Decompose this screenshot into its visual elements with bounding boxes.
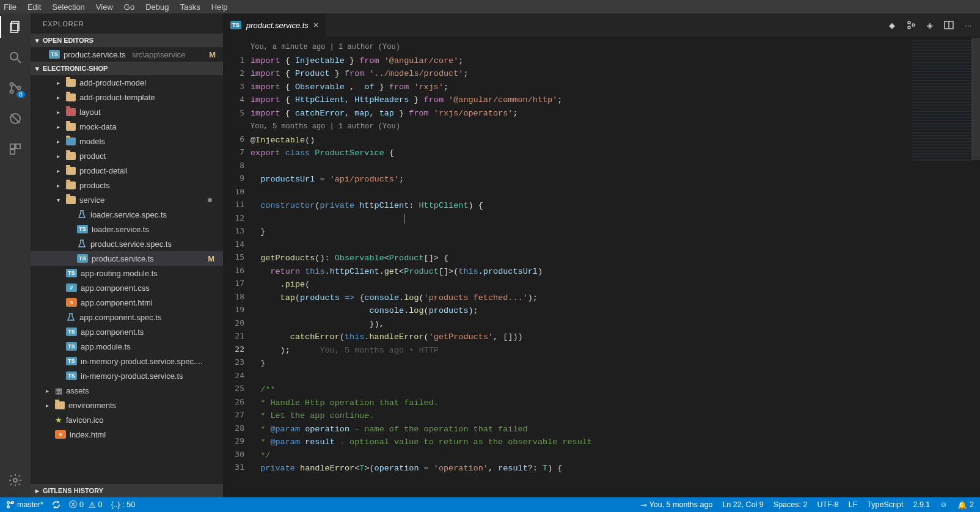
status-bell[interactable]: 🔔2 xyxy=(957,500,974,510)
ts-icon: TS xyxy=(77,254,88,263)
tree-row[interactable]: ▸mock-data xyxy=(31,119,223,134)
tree-label: product.service.ts xyxy=(92,254,154,263)
tab-product-service[interactable]: TS product.service.ts × xyxy=(223,13,326,37)
status-indent[interactable]: Spaces: 2 xyxy=(773,500,808,509)
svg-point-22 xyxy=(7,506,10,508)
menu-debug[interactable]: Debug xyxy=(145,2,169,12)
menu-bar[interactable]: File Edit Selection View Go Debug Tasks … xyxy=(0,0,980,13)
menu-tasks[interactable]: Tasks xyxy=(180,2,200,12)
status-cursor[interactable]: Ln 22, Col 9 xyxy=(722,500,763,509)
status-eol[interactable]: LF xyxy=(849,500,858,509)
tree-row[interactable]: ★favicon.ico xyxy=(31,412,223,427)
twisty-icon: ▸ xyxy=(54,109,62,115)
activity-bar: 8 xyxy=(0,13,31,497)
open-editor-name: product.service.ts xyxy=(64,50,126,59)
tree-label: product.service.spec.ts xyxy=(90,240,172,249)
status-ts-version[interactable]: 2.9.1 xyxy=(913,500,930,509)
status-encoding[interactable]: UTF-8 xyxy=(817,500,838,509)
diff-icon[interactable] xyxy=(906,20,916,30)
split-editor-icon[interactable] xyxy=(944,20,954,30)
status-blame[interactable]: ⊸ You, 5 months ago xyxy=(640,500,713,510)
scrollbar[interactable] xyxy=(971,37,980,497)
menu-help[interactable]: Help xyxy=(211,2,228,12)
status-branch[interactable]: master* xyxy=(6,500,43,509)
tree-label: app-routing.module.ts xyxy=(81,269,158,278)
status-sync[interactable] xyxy=(52,500,60,509)
folder-icon xyxy=(66,152,76,160)
menu-edit[interactable]: Edit xyxy=(27,2,41,12)
twisty-icon: ▸ xyxy=(43,402,51,409)
menu-selection[interactable]: Selection xyxy=(52,2,84,12)
tree-row[interactable]: 5index.html xyxy=(31,427,223,442)
tree-row[interactable]: 5app.component.html xyxy=(31,295,223,310)
tree-row[interactable]: app.component.spec.ts xyxy=(31,310,223,324)
folder-icon xyxy=(66,167,76,175)
search-icon[interactable] xyxy=(7,49,24,66)
extensions-icon[interactable] xyxy=(7,141,24,158)
open-editor-item[interactable]: TS product.service.ts src\app\service M xyxy=(31,47,223,62)
more-icon[interactable]: ··· xyxy=(965,21,971,30)
svg-point-21 xyxy=(7,502,10,504)
tree-row[interactable]: ▾service xyxy=(31,192,223,207)
tree-row[interactable]: TSapp-routing.module.ts xyxy=(31,266,223,280)
tree-row[interactable]: TSproduct.service.tsM xyxy=(31,251,223,266)
menu-go[interactable]: Go xyxy=(124,2,134,12)
settings-gear-icon[interactable] xyxy=(7,472,24,489)
svg-point-5 xyxy=(10,90,13,93)
folder-icon xyxy=(66,108,76,116)
menu-file[interactable]: File xyxy=(4,2,16,12)
tree-row[interactable]: TSloader.service.ts xyxy=(31,222,223,236)
tree-row[interactable]: TSapp.module.ts xyxy=(31,339,223,354)
menu-view[interactable]: View xyxy=(96,2,113,12)
tree-row[interactable]: ▸product-detail xyxy=(31,163,223,178)
tree-row[interactable]: ▸products xyxy=(31,178,223,192)
ts-icon: TS xyxy=(49,50,60,59)
tree-row[interactable]: product.service.spec.ts xyxy=(31,236,223,251)
explorer-icon[interactable] xyxy=(7,18,24,35)
close-tab-icon[interactable]: × xyxy=(313,20,318,30)
gitlens-header[interactable]: ▸GITLENS HISTORY xyxy=(31,484,223,497)
tree-row[interactable]: TSin-memory-product.service.spec.... xyxy=(31,354,223,368)
status-bar: master* ⓧ 0 ⚠ 0 {..} : 50 ⊸ You, 5 month… xyxy=(0,497,980,512)
tree-row[interactable]: ▸environments xyxy=(31,398,223,412)
tree-label: product-detail xyxy=(79,166,128,175)
tree-label: product xyxy=(79,152,106,161)
tree-row[interactable]: ▸models xyxy=(31,134,223,148)
tree-label: index.html xyxy=(70,430,106,439)
tree-row[interactable]: TSapp.component.ts xyxy=(31,324,223,339)
modified-badge: M xyxy=(208,254,214,263)
open-editors-header[interactable]: ▾OPEN EDITORS xyxy=(31,34,223,47)
tree-row[interactable]: ▸layout xyxy=(31,104,223,119)
source-control-icon[interactable]: 8 xyxy=(7,79,24,97)
folder-icon xyxy=(66,123,76,131)
tree-label: layout xyxy=(79,108,101,117)
status-selection[interactable]: {..} : 50 xyxy=(111,500,135,509)
svg-point-4 xyxy=(10,83,13,86)
tree-row[interactable]: #app.component.css xyxy=(31,280,223,295)
ts-icon: TS xyxy=(66,342,77,351)
tree-label: environments xyxy=(68,401,116,410)
minimap[interactable] xyxy=(912,40,973,163)
test-icon xyxy=(77,240,87,248)
status-problems[interactable]: ⓧ 0 ⚠ 0 xyxy=(69,500,102,510)
gitlens-icon[interactable]: ◆ xyxy=(889,21,895,30)
sidebar: EXPLORER ▾OPEN EDITORS TS product.servic… xyxy=(31,13,223,497)
tree-row[interactable]: ▸add-product-model xyxy=(31,75,223,90)
twisty-icon: ▸ xyxy=(54,138,62,145)
status-feedback-icon[interactable]: ☺ xyxy=(940,500,948,509)
folder-icon xyxy=(55,401,65,409)
ts-icon: TS xyxy=(66,371,77,380)
tree-row[interactable]: ▸▦assets xyxy=(31,383,223,398)
code-area[interactable]: You, a minute ago | 1 author (You) impor… xyxy=(250,37,980,497)
tree-label: app.component.html xyxy=(81,298,153,307)
debug-icon[interactable] xyxy=(7,110,24,127)
css-icon: # xyxy=(66,283,77,292)
tree-row[interactable]: loader.service.spec.ts xyxy=(31,207,223,222)
tree-row[interactable]: ▸product xyxy=(31,148,223,163)
tree-row[interactable]: ▸add-product-template xyxy=(31,90,223,104)
ts-icon: TS xyxy=(77,225,88,233)
gitlens-toggle-icon[interactable]: ◈ xyxy=(927,21,933,30)
tree-row[interactable]: TSin-memory-product.service.ts xyxy=(31,368,223,383)
status-language[interactable]: TypeScript xyxy=(867,500,903,509)
project-header[interactable]: ▾ELECTRONIC-SHOP xyxy=(31,62,223,75)
